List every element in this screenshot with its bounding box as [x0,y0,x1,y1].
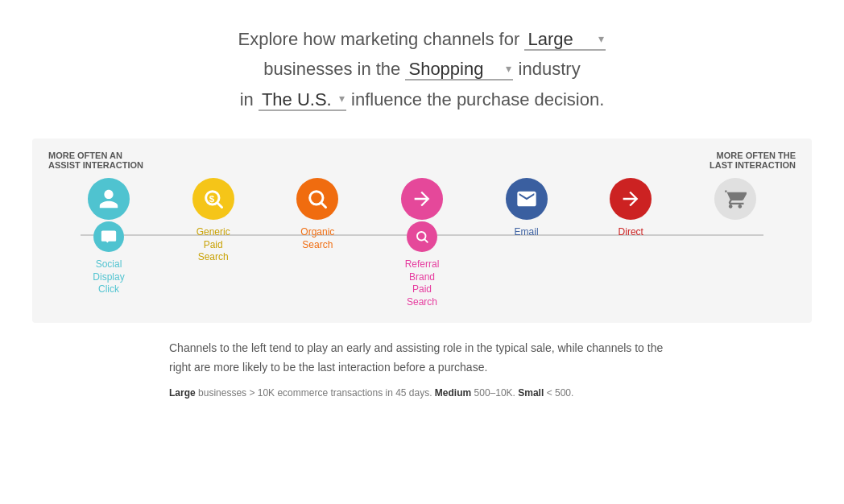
generic-paid-label: GenericPaidSearch [197,226,230,264]
footer-large: Large [169,387,196,399]
referral-label: ReferralBrandPaidSearch [405,258,440,308]
header-prefix-2: businesses in the [263,59,400,79]
email-label: Email [515,226,539,239]
svg-line-4 [322,203,326,207]
organic-search-icon [296,178,338,220]
industry-select[interactable]: Shopping Finance Technology Travel Healt… [405,59,513,81]
svg-line-1 [217,203,221,207]
footer-medium-range: 500–10K. [474,387,519,399]
header-prefix-1: Explore how marketing channels for [238,29,520,49]
social-icon-top [88,178,130,220]
industry-suffix: industry [519,59,581,79]
email-icon [506,178,548,220]
main-container: Explore how marketing channels for Large… [0,0,844,415]
channel-social: SocialDisplayClick [64,178,153,296]
size-select[interactable]: Large Medium Small [524,29,606,51]
social-icon-bottom [93,221,124,252]
generic-paid-icons-group: $ [192,178,234,220]
footer-small: Small [518,387,544,399]
left-label: MORE OFTEN AN ASSIST INTERACTION [48,151,143,170]
chart-labels: MORE OFTEN AN ASSIST INTERACTION MORE OF… [48,151,796,170]
cart-icon [714,178,756,220]
svg-text:$: $ [209,193,214,204]
organic-search-icons-group [296,178,338,220]
header-prefix-3: in [240,89,254,109]
referral-icon [401,178,443,220]
footer-text: businesses > 10K ecommerce transactions … [198,387,435,399]
channel-referral: ReferralBrandPaidSearch [378,178,466,308]
left-label-sub: ASSIST INTERACTION [48,160,143,170]
right-label-sub: LAST INTERACTION [710,160,796,170]
left-label-main: MORE OFTEN AN [48,151,143,160]
direct-icon [610,178,652,220]
right-label: MORE OFTEN THE LAST INTERACTION [710,151,796,170]
brand-paid-icon [407,221,437,252]
region-select-wrapper[interactable]: The U.S. UK Canada Australia [259,85,346,114]
channel-generic-paid: $ GenericPaidSearch [169,178,258,264]
chart-area: MORE OFTEN AN ASSIST INTERACTION MORE OF… [32,138,812,323]
direct-icons-group [610,178,652,220]
size-select-wrapper[interactable]: Large Medium Small [524,24,606,54]
timeline-container: SocialDisplayClick $ GenericPaidSearch [56,178,788,307]
generic-paid-icon: $ [192,178,234,220]
right-label-main: MORE OFTEN THE [710,151,796,160]
channels-row: SocialDisplayClick $ GenericPaidSearch [56,178,788,308]
email-icons-group [506,178,548,220]
social-icons-group [88,178,130,252]
description-text: Channels to the left tend to play an ear… [32,339,812,378]
cart-icons-group [714,178,756,220]
referral-icons-group [401,178,443,252]
direct-label: Direct [619,226,643,239]
header-sentence: Explore how marketing channels for Large… [32,24,812,114]
header-suffix-3: influence the purchase decision. [351,89,604,109]
channel-email: Email [482,178,571,239]
channel-direct: Direct [586,178,675,239]
channel-organic-search: OrganicSearch [273,178,362,251]
industry-select-wrapper[interactable]: Shopping Finance Technology Travel Healt… [405,54,513,84]
footer-note: Large businesses > 10K ecommerce transac… [32,387,812,399]
svg-line-6 [424,240,427,242]
organic-search-label: OrganicSearch [300,226,334,251]
footer-small-range: < 500. [547,387,574,399]
channel-cart [691,178,780,226]
region-select[interactable]: The U.S. UK Canada Australia [259,89,346,111]
footer-medium: Medium [435,387,471,399]
social-label: SocialDisplayClick [93,258,124,296]
